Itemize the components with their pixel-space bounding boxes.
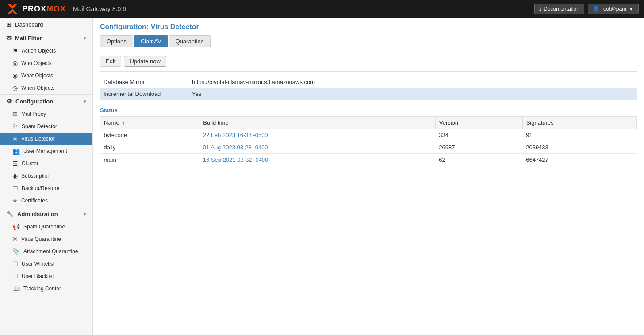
sidebar-item-action-objects[interactable]: ⚑ Action Objects <box>0 45 92 57</box>
table-row: Incremental Download Yes <box>100 88 637 100</box>
administration-icon: 🔧 <box>6 210 14 217</box>
user-whitelist-icon: ☐ <box>12 260 18 267</box>
subscription-icon: ◉ <box>12 172 18 179</box>
sidebar-item-label: User Management <box>23 148 67 154</box>
sidebar-item-who-objects[interactable]: ◎ Who Objects <box>0 57 92 69</box>
documentation-button[interactable]: ℹ Documentation <box>534 4 584 14</box>
certificates-icon: ✳ <box>12 197 18 204</box>
status-table: Name ↑ Build time Version Signatures <box>100 116 637 166</box>
attachment-quarantine-icon: 📎 <box>12 248 20 255</box>
sidebar-item-certificates[interactable]: ✳ Certificates <box>0 194 92 207</box>
sidebar-item-label: Attachment Quarantine <box>23 248 78 255</box>
user-blacklist-icon: ☐ <box>12 273 18 280</box>
sidebar-item-virus-detector[interactable]: ✳ Virus Detector <box>0 133 92 145</box>
configuration-icon: ⚙ <box>6 98 12 105</box>
col-name[interactable]: Name ↑ <box>100 117 199 129</box>
sidebar-item-label: Virus Detector <box>21 136 55 142</box>
main-content: Configuration: Virus Detector Options Cl… <box>93 18 644 335</box>
cell-name: main <box>100 154 199 166</box>
app-title: Mail Gateway 8.0.6 <box>73 5 126 12</box>
sidebar-item-dashboard[interactable]: ⊞ Dashboard <box>0 18 92 31</box>
tab-options[interactable]: Options <box>100 35 133 47</box>
sidebar-item-mail-proxy[interactable]: ✉ Mail Proxy <box>0 108 92 120</box>
sidebar-item-label: Who Objects <box>21 60 52 66</box>
configuration-chevron-icon: ▼ <box>83 99 87 104</box>
edit-button[interactable]: Edit <box>100 56 121 67</box>
sidebar-item-spam-detector[interactable]: ⚐ Spam Detector <box>0 120 92 133</box>
sidebar-item-label: Tracking Center <box>23 286 61 292</box>
tab-bar: Options ClamAV Quarantine <box>100 35 637 47</box>
sidebar-item-spam-quarantine[interactable]: 📢 Spam Quarantine <box>0 221 92 233</box>
cell-name: bytecode <box>100 129 199 141</box>
cell-name: daily <box>100 141 199 154</box>
col-build-time[interactable]: Build time <box>199 117 435 129</box>
sidebar-section-administration[interactable]: 🔧 Administration ▼ <box>0 207 92 221</box>
virus-quarantine-icon: ✳ <box>12 236 18 243</box>
page-title: Configuration: Virus Detector <box>100 23 637 31</box>
user-management-icon: 👥 <box>12 148 20 155</box>
dashboard-icon: ⊞ <box>6 21 12 28</box>
virus-detector-icon: ✳ <box>12 135 18 142</box>
top-header: PROX MOX Mail Gateway 8.0.6 ℹ Documentat… <box>0 0 644 18</box>
content-header: Configuration: Virus Detector Options Cl… <box>93 18 644 50</box>
tab-quarantine[interactable]: Quarantine <box>169 35 211 47</box>
spam-detector-icon: ⚐ <box>12 123 18 130</box>
sidebar-item-user-whitelist[interactable]: ☐ User Whitelist <box>0 258 92 270</box>
config-table: Database Mirror https://pivotal-clamav-m… <box>100 76 637 100</box>
user-button[interactable]: 👤 root@pam ▼ <box>588 4 639 14</box>
cell-build-time: 16 Sep 2021 08-32 -0400 <box>199 154 435 166</box>
sidebar-item-user-management[interactable]: 👥 User Management <box>0 145 92 157</box>
sort-icon: ↑ <box>123 121 125 126</box>
svg-marker-0 <box>7 4 18 14</box>
sidebar-item-label: Backup/Restore <box>22 185 59 191</box>
sidebar-item-tracking-center[interactable]: 📖 Tracking Center <box>0 282 92 295</box>
cluster-icon: ☰ <box>12 160 18 167</box>
sidebar-item-virus-quarantine[interactable]: ✳ Virus Quarantine <box>0 233 92 245</box>
col-version[interactable]: Version <box>435 117 522 129</box>
sidebar-item-cluster[interactable]: ☰ Cluster <box>0 157 92 170</box>
sidebar-item-label: Action Objects <box>22 48 56 54</box>
who-objects-icon: ◎ <box>12 60 18 67</box>
sidebar-item-what-objects[interactable]: ◉ What Objects <box>0 69 92 82</box>
sidebar-item-when-objects[interactable]: ◷ When Objects <box>0 82 92 94</box>
what-objects-icon: ◉ <box>12 72 18 79</box>
toolbar: Edit Update now <box>100 56 637 72</box>
cell-signatures: 91 <box>522 129 636 141</box>
sidebar-item-label: Dashboard <box>15 21 43 28</box>
logo-prox: PROX <box>22 4 46 14</box>
sidebar-item-label: Mail Proxy <box>21 111 46 117</box>
update-now-button[interactable]: Update now <box>124 56 166 67</box>
sidebar-section-label: Administration <box>17 211 58 217</box>
mail-filter-icon: ✉ <box>6 34 12 42</box>
sidebar-item-label: What Objects <box>21 72 53 79</box>
sidebar-item-backup-restore[interactable]: ☐ Backup/Restore <box>0 182 92 194</box>
sidebar-item-label: Spam Detector <box>22 123 57 129</box>
sidebar-section-label: Configuration <box>15 98 53 105</box>
cell-build-time: 01 Aug 2023 03-28 -0400 <box>199 141 435 154</box>
col-signatures[interactable]: Signatures <box>522 117 636 129</box>
sidebar-item-label: Spam Quarantine <box>23 224 65 230</box>
sidebar-item-label: Cluster <box>22 160 38 167</box>
cell-signatures: 2039433 <box>522 141 636 154</box>
config-value: Yes <box>188 88 637 100</box>
sidebar-item-subscription[interactable]: ◉ Subscription <box>0 170 92 182</box>
sidebar-item-label: User Whitelist <box>22 261 54 267</box>
sidebar-item-user-blacklist[interactable]: ☐ User Blacklist <box>0 270 92 282</box>
cell-signatures: 6647427 <box>522 154 636 166</box>
table-row: main 16 Sep 2021 08-32 -0400 62 6647427 <box>100 154 637 166</box>
logo-text: PROX MOX <box>22 4 66 14</box>
config-key: Database Mirror <box>100 76 188 88</box>
header-buttons: ℹ Documentation 👤 root@pam ▼ <box>534 4 639 14</box>
logo-mox: MOX <box>46 4 66 14</box>
proxmox-logo-icon <box>5 2 19 16</box>
backup-restore-icon: ☐ <box>12 185 18 192</box>
cell-version: 26987 <box>435 141 522 154</box>
table-row: Database Mirror https://pivotal-clamav-m… <box>100 76 637 88</box>
cell-build-time: 22 Feb 2023 16-33 -0500 <box>199 129 435 141</box>
sidebar-section-mail-filter[interactable]: ✉ Mail Filter ▼ <box>0 31 92 45</box>
sidebar-item-attachment-quarantine[interactable]: 📎 Attachment Quarantine <box>0 245 92 258</box>
tab-clamav[interactable]: ClamAV <box>134 35 168 47</box>
user-chevron-icon: ▼ <box>629 6 634 12</box>
sidebar-item-label: Virus Quarantine <box>21 236 61 242</box>
sidebar-section-configuration[interactable]: ⚙ Configuration ▼ <box>0 94 92 108</box>
